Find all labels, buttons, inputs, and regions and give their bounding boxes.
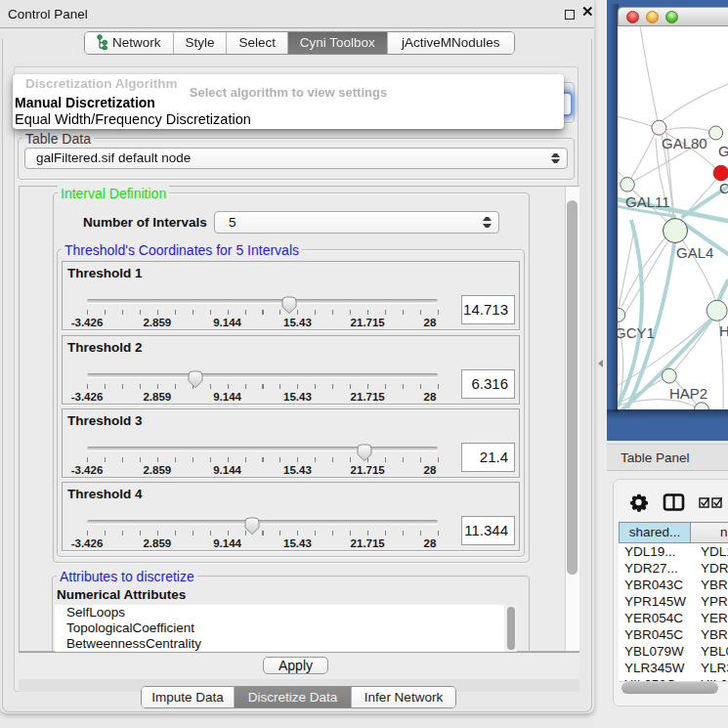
svg-text:GAL11: GAL11 [625,193,670,210]
svg-text:GA: GA [718,143,728,159]
svg-text:GCY1: GCY1 [618,324,655,341]
svg-text:GAL80: GAL80 [662,135,707,151]
svg-text:H: H [719,322,728,339]
svg-text:C: C [719,180,728,196]
svg-text:GAL4: GAL4 [676,244,713,261]
svg-text:HAP2: HAP2 [669,385,707,402]
